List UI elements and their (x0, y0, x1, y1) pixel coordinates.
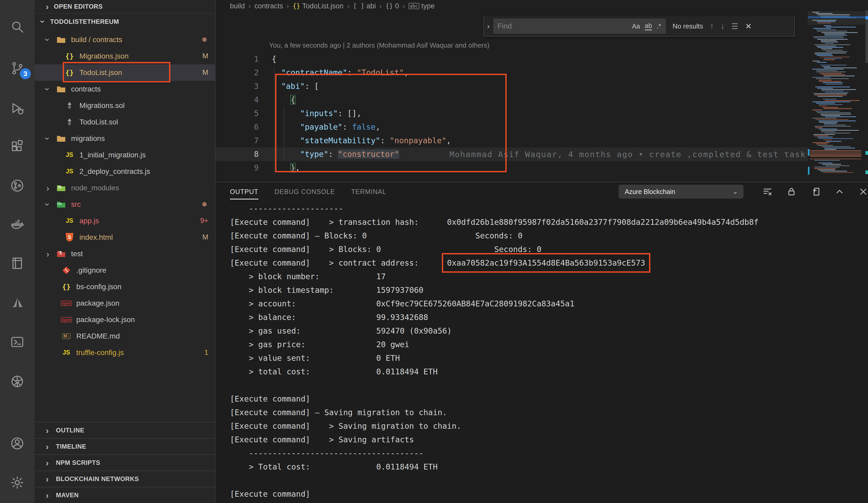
open-editors-header[interactable]: › OPEN EDITORS (34, 0, 215, 13)
maximize-panel-icon[interactable] (833, 185, 846, 198)
close-panel-icon[interactable] (857, 185, 868, 198)
panel-tabs: OUTPUTDEBUG CONSOLETERMINAL (230, 182, 402, 201)
tree-item-readme-md[interactable]: M↓README.md (34, 328, 216, 344)
code-token (272, 136, 300, 145)
minimap-line (810, 159, 861, 160)
extensions-icon[interactable] (0, 133, 34, 160)
tree-item-truffle-config-js[interactable]: JStruffle-config.js1 (34, 344, 216, 361)
search-icon[interactable] (0, 13, 34, 40)
minimap[interactable] (808, 0, 865, 182)
find-input[interactable]: Find Aa ab .* (493, 19, 666, 34)
whole-word-icon[interactable]: ab (645, 22, 652, 30)
tree-item-index-html[interactable]: 5index.htmlM (34, 229, 216, 246)
editor-area: build›contracts›{}TodoList.json›[ ]abi›{… (216, 0, 868, 182)
run-debug-icon[interactable] (0, 95, 34, 122)
output-channel-select[interactable]: Azure Blockchain ⌄ (619, 185, 743, 198)
minimap-line (813, 61, 820, 61)
clear-output-icon[interactable] (761, 185, 774, 198)
tree-item-package-json[interactable]: npmpackage.json (34, 295, 216, 311)
sidebar-section-blockchain-networks[interactable]: ›BLOCKCHAIN NETWORKS (34, 471, 216, 487)
tree-item-src[interactable]: ›</>src (34, 196, 216, 213)
breadcrumb-item-0[interactable]: {}0 (385, 2, 399, 10)
tree-item-1-initial-migration-js[interactable]: JS1_initial_migration.js (34, 147, 216, 163)
minimap-line (813, 134, 835, 135)
account-icon[interactable] (0, 430, 34, 457)
breadcrumb-item-build[interactable]: build (230, 2, 245, 10)
minimap-line (818, 47, 843, 48)
minimap-line (817, 112, 850, 113)
file-tree: ›build / contracts{}Migrations.jsonM{}To… (34, 31, 216, 361)
find-previous-icon[interactable]: ↑ (710, 22, 714, 31)
tree-item-migrations-sol[interactable]: Migrations.sol (34, 97, 216, 114)
minimap-line (814, 38, 844, 39)
find-in-selection-icon[interactable]: ☰ (731, 22, 738, 31)
code-line-4: 4 { (216, 93, 808, 107)
sidebar-section-timeline[interactable]: ›TIMELINE (34, 438, 216, 454)
tree-item-test[interactable]: ›⚗test (34, 246, 216, 262)
minimap-line (814, 44, 850, 45)
minimap-line (825, 35, 847, 35)
tree-item-contracts[interactable]: ›contracts (34, 81, 216, 97)
minimap-line (815, 54, 831, 55)
tree-item-gitignore[interactable]: .gitignore (34, 262, 216, 278)
annotation-box-contract-address: 0xaa70582ac19f93A1554d8E4Ba563b9153a9cE5… (447, 258, 645, 267)
minimap-line (821, 130, 859, 131)
remote-explorer-icon[interactable] (0, 250, 34, 277)
source-control-icon[interactable]: 3 (0, 55, 34, 82)
panel-tab-output[interactable]: OUTPUT (230, 182, 258, 201)
output-line: ------------------------------------- (230, 446, 863, 460)
bottom-panel: OUTPUTDEBUG CONSOLETERMINAL Azure Blockc… (216, 182, 868, 503)
panel-tab-debug-console[interactable]: DEBUG CONSOLE (275, 182, 335, 201)
folder-icon (55, 133, 67, 144)
sidebar-section-outline[interactable]: ›OUTLINE (34, 422, 216, 438)
breadcrumb-item-type[interactable]: abctype (409, 2, 435, 10)
line-number: 4 (216, 93, 259, 107)
minimap-line (818, 145, 833, 146)
panel-tab-terminal[interactable]: TERMINAL (351, 182, 386, 201)
minimap-line (822, 107, 838, 108)
output-console[interactable]: --------------------[Execute command] > … (230, 202, 863, 503)
project-root-header[interactable]: › TODOLISTETHEREUM (34, 13, 215, 30)
settings-gear-icon[interactable] (0, 469, 34, 496)
tree-item-build-contracts[interactable]: ›build / contracts (34, 31, 216, 48)
powershell-icon[interactable] (0, 328, 34, 356)
sidebar-section-npm-scripts[interactable]: ›NPM SCRIPTS (34, 454, 216, 471)
tree-item-migrations[interactable]: ›migrations (34, 130, 216, 147)
output-line: [Execute command] > Saving artifacts (230, 433, 863, 446)
sidebar-section-maven[interactable]: ›MAVEN (34, 487, 216, 503)
tree-item-2-deploy-contracts-js[interactable]: JS2_deploy_contracts.js (34, 163, 216, 179)
find-expand-icon[interactable]: › (487, 22, 490, 31)
azure-icon[interactable] (0, 289, 34, 316)
regex-icon[interactable]: .* (657, 22, 661, 30)
lock-icon[interactable] (785, 185, 798, 198)
tree-item-node-modules[interactable]: ›JSnode_modules (34, 179, 216, 196)
test-explorer-icon[interactable] (0, 172, 34, 199)
tree-item-todolist-json[interactable]: {}TodoList.jsonM (34, 64, 216, 81)
chevron-right-icon: › (43, 491, 51, 500)
find-close-icon[interactable]: ✕ (745, 22, 752, 31)
minimap-line (825, 84, 843, 85)
tree-item-package-lock-json[interactable]: npmpackage-lock.json (34, 311, 216, 328)
editor-scrollbar[interactable] (865, 0, 868, 182)
npm-icon: npm (61, 314, 72, 326)
minimap-line (823, 66, 831, 67)
breadcrumb-item-todolist-json[interactable]: {}TodoList.json (293, 2, 344, 10)
breadcrumb-item-abi[interactable]: [ ]abi (353, 2, 376, 10)
tree-item-todolist-sol[interactable]: TodoList.sol (34, 114, 216, 130)
minimap-line (824, 58, 842, 59)
minimap-line (813, 36, 844, 37)
open-in-editor-icon[interactable] (810, 185, 823, 198)
find-next-icon[interactable]: ↓ (721, 22, 725, 31)
breadcrumb-item-contracts[interactable]: contracts (255, 2, 283, 10)
docker-icon[interactable] (0, 211, 34, 238)
codelens-authors[interactable]: You, a few seconds ago | 2 authors (Moha… (269, 41, 489, 49)
tree-item-label: 2_deploy_contracts.js (80, 167, 150, 176)
kubernetes-icon[interactable] (0, 368, 34, 395)
tree-item-migrations-json[interactable]: {}Migrations.jsonM (34, 48, 216, 64)
minimap-line (824, 148, 855, 148)
tree-item-bs-config-json[interactable]: {}bs-config.json (34, 278, 216, 295)
match-case-icon[interactable]: Aa (632, 22, 640, 30)
tree-item-app-js[interactable]: JSapp.js9+ (34, 213, 216, 229)
line-number: 3 (216, 80, 259, 93)
breadcrumb-label: TodoList.json (302, 2, 344, 10)
